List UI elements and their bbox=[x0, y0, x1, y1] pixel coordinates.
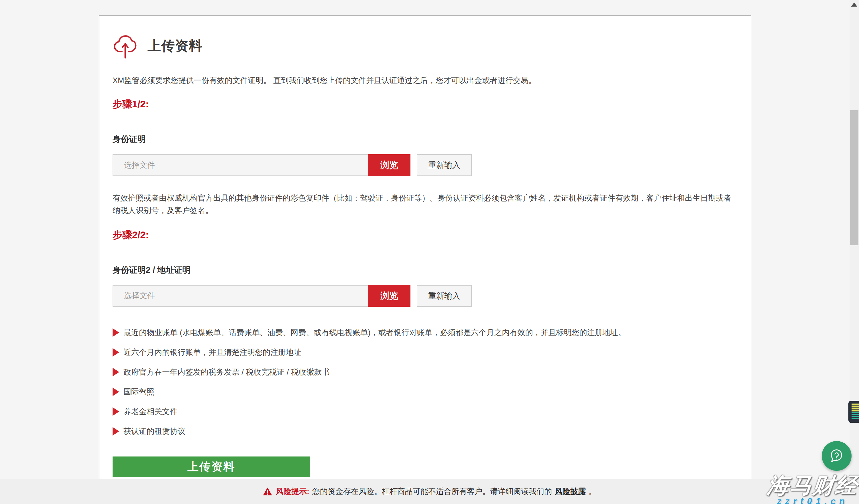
risk-disclosure-link[interactable]: 风险披露 bbox=[555, 486, 586, 497]
scroll-up-button[interactable] bbox=[851, 3, 857, 6]
close-risk-bar-button[interactable]: × bbox=[777, 484, 783, 495]
triangle-bullet-icon bbox=[112, 407, 119, 416]
browse-button-1[interactable]: 浏览 bbox=[368, 154, 410, 176]
intro-text: XM监管必须要求您提供一份有效的文件证明。 直到我们收到您上传的文件并且认证通过… bbox=[112, 75, 738, 86]
identity-requirements-text: 有效护照或者由权威机构官方出具的其他身份证件的彩色复印件（比如：驾驶证，身份证等… bbox=[112, 192, 738, 217]
doc-list-item: 政府官方在一年内签发的税务发票 / 税收完税证 / 税收缴款书 bbox=[112, 367, 738, 377]
page-header: 上传资料 bbox=[112, 31, 738, 60]
equalizer-widget bbox=[848, 401, 859, 423]
equalizer-top-stripes bbox=[852, 404, 859, 412]
triangle-bullet-icon bbox=[112, 388, 119, 396]
doc-list-item-text: 获认证的租赁协议 bbox=[123, 426, 185, 437]
page-card: 上传资料 XM监管必须要求您提供一份有效的文件证明。 直到我们收到您上传的文件并… bbox=[99, 15, 751, 479]
file-row-2: 浏览 重新输入 bbox=[112, 285, 738, 307]
equalizer-bottom-stripes bbox=[852, 412, 859, 420]
triangle-bullet-icon bbox=[112, 427, 119, 436]
reset-button-1[interactable]: 重新输入 bbox=[417, 154, 472, 176]
doc-list-item-text: 政府官方在一年内签发的税务发票 / 税收完税证 / 税收缴款书 bbox=[123, 367, 330, 377]
risk-warning-bar: 风险提示: 您的资金存在风险。杠杆商品可能不适合所有客户。请详细阅读我们的风险披… bbox=[0, 479, 859, 504]
browse-button-2[interactable]: 浏览 bbox=[368, 285, 410, 307]
doc-list-item: 近六个月内的银行账单，并且清楚注明您的注册地址 bbox=[112, 347, 738, 358]
doc-list-item-text: 养老金相关文件 bbox=[123, 406, 178, 417]
file-input-1[interactable] bbox=[112, 154, 368, 176]
page-title: 上传资料 bbox=[148, 37, 202, 55]
step-2-heading: 步骤2/2: bbox=[112, 229, 738, 241]
accepted-documents-list: 最近的物业账单 (水电煤账单、话费账单、油费、网费、或有线电视账单)，或者银行对… bbox=[112, 327, 738, 437]
upload-submit-button[interactable]: 上传资料 bbox=[112, 456, 310, 477]
doc-list-item: 国际驾照 bbox=[112, 387, 738, 397]
upload-cloud-icon bbox=[112, 31, 138, 60]
triangle-bullet-icon bbox=[112, 368, 119, 376]
doc-list-item: 获认证的租赁协议 bbox=[112, 426, 738, 437]
reset-button-2[interactable]: 重新输入 bbox=[417, 285, 472, 307]
warning-icon bbox=[263, 487, 272, 496]
chat-question-icon bbox=[828, 447, 845, 464]
identity2-address-proof-label: 身份证明2 / 地址证明 bbox=[112, 265, 738, 276]
doc-list-item: 养老金相关文件 bbox=[112, 406, 738, 417]
doc-list-item-text: 国际驾照 bbox=[123, 387, 154, 397]
help-chat-button[interactable] bbox=[822, 441, 852, 471]
scrollbar[interactable] bbox=[849, 0, 859, 504]
doc-list-item: 最近的物业账单 (水电煤账单、话费账单、油费、网费、或有线电视账单)，或者银行对… bbox=[112, 327, 738, 338]
identity-proof-label: 身份证明 bbox=[112, 133, 738, 145]
file-row-1: 浏览 重新输入 bbox=[112, 154, 738, 176]
scroll-thumb[interactable] bbox=[850, 110, 858, 245]
doc-list-item-text: 最近的物业账单 (水电煤账单、话费账单、油费、网费、或有线电视账单)，或者银行对… bbox=[123, 327, 626, 338]
risk-label: 风险提示: bbox=[276, 486, 310, 497]
risk-text-suffix: 。 bbox=[589, 486, 596, 497]
triangle-bullet-icon bbox=[112, 348, 119, 357]
risk-warning-content: 风险提示: 您的资金存在风险。杠杆商品可能不适合所有客户。请详细阅读我们的风险披… bbox=[263, 486, 596, 497]
doc-list-item-text: 近六个月内的银行账单，并且清楚注明您的注册地址 bbox=[123, 347, 301, 358]
step-1-heading: 步骤1/2: bbox=[112, 98, 738, 111]
risk-text: 您的资金存在风险。杠杆商品可能不适合所有客户。请详细阅读我们的 bbox=[312, 486, 552, 497]
file-input-2[interactable] bbox=[112, 285, 368, 307]
triangle-bullet-icon bbox=[112, 328, 119, 337]
